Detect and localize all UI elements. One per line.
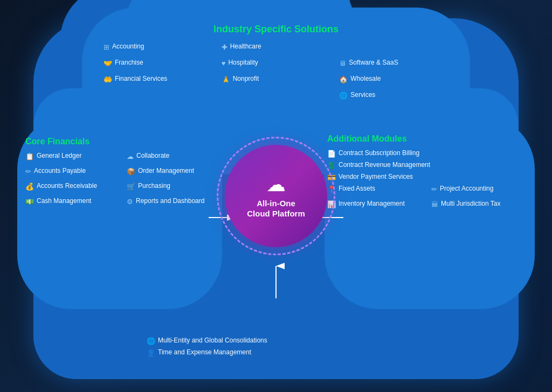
additional-items: 📄 Contract Subscription Billing 💲 Contra… (327, 149, 527, 212)
core-section: Core Financials 📋 General Ledger ☁ Colla… (25, 137, 219, 209)
global-icon: 🌐 (147, 337, 155, 345)
healthcare-label: Healthcare (230, 43, 261, 51)
list-item: 📄 Contract Subscription Billing (327, 149, 527, 158)
collaborate-icon: ☁ (127, 152, 134, 160)
list-item: ♥ Hospitality (222, 59, 331, 67)
list-item: 🌐 Services (339, 91, 448, 100)
ar-label: Accounts Receivable (37, 182, 97, 191)
tax-label: Multi Jurisdiction Tax (441, 200, 500, 208)
tax-icon: 🏛 (431, 200, 438, 208)
financial-label: Financial Services (115, 75, 167, 83)
project-label: Project Accounting (440, 185, 493, 193)
list-item: 📋 General Ledger (25, 152, 118, 160)
hospitality-label: Hospitality (228, 59, 258, 67)
inventory-label: Inventory Management (339, 200, 405, 208)
saas-icon: 🖥 (339, 59, 346, 67)
saas-label: Software & SaaS (349, 59, 398, 67)
list-item: 📊 Inventory Management (327, 200, 423, 208)
additional-bottom-grid: 📍 Fixed Assets ✏ Project Accounting 📊 In… (327, 185, 527, 212)
time-icon: 👤 (147, 349, 155, 357)
core-title: Core Financials (25, 137, 219, 146)
list-item: 💵 Cash Management (25, 197, 118, 206)
purchasing-label: Purchasing (138, 182, 170, 191)
list-item: ✏ Accounts Payable (25, 167, 118, 176)
list-item: 👤 Time and Expense Management (147, 348, 405, 357)
hospitality-icon: ♥ (222, 59, 226, 67)
list-item: 🏠 Wholesale (339, 75, 448, 83)
vps-label: Vendor Payment Services (339, 173, 413, 181)
wholesale-label: Wholesale (350, 75, 381, 83)
list-item: ⚙ Reports and Dashboard (127, 197, 219, 206)
platform-title: All-in-One Cloud Platform (247, 198, 305, 219)
list-item: 🏛 Multi Jurisdiction Tax (431, 200, 527, 208)
order-icon: 📦 (127, 167, 135, 176)
list-item: ☁ Collaborate (127, 152, 219, 160)
list-item: 🛒 Purchasing (127, 182, 219, 191)
cash-label: Cash Management (37, 197, 91, 206)
list-item: 🙏 Nonprofit (222, 75, 331, 83)
nonprofit-icon: 🙏 (222, 75, 230, 83)
financial-icon: 🤲 (104, 75, 112, 83)
list-item: 🖥 Software & SaaS (339, 59, 448, 67)
diagram-container: Industry Specific Solutions ⊞ Accounting… (17, 8, 535, 384)
center-circle: ☁ All-in-One Cloud Platform (225, 145, 327, 247)
list-item: 📍 Fixed Assets (327, 185, 423, 193)
collaborate-label: Collaborate (136, 152, 169, 160)
ap-icon: ✏ (25, 167, 31, 176)
csb-icon: 📄 (327, 150, 336, 158)
list-item: ⊞ Accounting (104, 43, 213, 51)
bottom-section: 🌐 Multi-Entity and Global Consolidations… (147, 337, 405, 360)
additional-title: Additional Modules (327, 134, 527, 144)
accounting-label: Accounting (112, 43, 144, 51)
list-item: 📦 Order Management (127, 167, 219, 176)
cloud-platform-icon: ☁ (266, 173, 286, 196)
purchasing-icon: 🛒 (127, 183, 135, 191)
ledger-label: General Ledger (37, 152, 81, 160)
list-item: ✏ Project Accounting (431, 185, 527, 193)
list-item: 💲 Contract Revenue Management (327, 161, 527, 170)
industry-title: Industry Specific Solutions (104, 24, 448, 35)
healthcare-icon: ✚ (222, 43, 227, 51)
industry-grid: ⊞ Accounting ✚ Healthcare 🤝 Franchise ♥ … (104, 43, 448, 103)
franchise-label: Franchise (115, 59, 143, 67)
order-label: Order Management (138, 167, 194, 176)
reports-label: Reports and Dashboard (136, 197, 204, 206)
industry-section: Industry Specific Solutions ⊞ Accounting… (104, 24, 448, 103)
list-item: 💳 Vendor Payment Services (327, 173, 527, 181)
ar-icon: 💰 (25, 183, 34, 191)
crm-label: Contract Revenue Management (339, 161, 430, 170)
services-label: Services (350, 91, 375, 100)
ap-label: Accounts Payable (34, 167, 86, 176)
services-icon: 🌐 (339, 92, 348, 100)
reports-icon: ⚙ (127, 198, 133, 206)
wholesale-icon: 🏠 (339, 75, 348, 83)
list-item: 🌐 Multi-Entity and Global Consolidations (147, 337, 405, 345)
list-item: 🤲 Financial Services (104, 75, 213, 83)
center-circle-outer: ☁ All-in-One Cloud Platform (217, 137, 335, 255)
time-label: Time and Expense Management (158, 348, 251, 357)
project-icon: ✏ (431, 185, 437, 193)
list-item: 🤝 Franchise (104, 59, 213, 67)
ledger-icon: 📋 (25, 152, 34, 160)
core-grid: 📋 General Ledger ☁ Collaborate ✏ Account… (25, 152, 219, 209)
csb-label: Contract Subscription Billing (339, 149, 419, 158)
cash-icon: 💵 (25, 198, 34, 206)
additional-section: Additional Modules 📄 Contract Subscripti… (327, 134, 527, 212)
list-item: ✚ Healthcare (222, 43, 331, 51)
global-label: Multi-Entity and Global Consolidations (158, 337, 267, 345)
nonprofit-label: Nonprofit (233, 75, 259, 83)
franchise-icon: 🤝 (104, 59, 112, 67)
list-item: 💰 Accounts Receivable (25, 182, 118, 191)
fixed-assets-label: Fixed Assets (339, 185, 375, 193)
accounting-icon: ⊞ (104, 43, 109, 51)
